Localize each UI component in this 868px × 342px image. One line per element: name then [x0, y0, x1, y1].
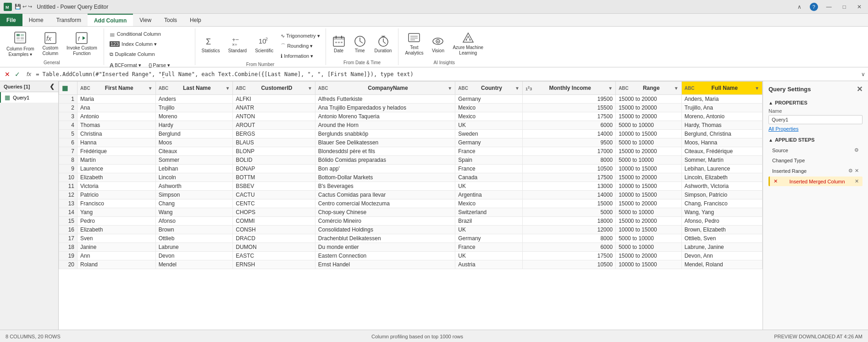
close-btn[interactable]: ✕ [854, 3, 864, 11]
country-cell: France [455, 165, 523, 173]
tab-file[interactable]: File [0, 14, 22, 26]
table-row[interactable]: 9 Laurence Lebihan BONAP Bon app' France… [59, 165, 763, 173]
tab-tools[interactable]: Tools [158, 14, 183, 26]
data-area[interactable]: ▦ ABC First Name ▼ ABC Last Name [59, 81, 763, 330]
company-name-cell: Cactus Comidas para llevar [315, 191, 455, 199]
step-settings-btn-source[interactable]: ⚙ [854, 147, 859, 153]
country-filter-icon[interactable]: ▼ [515, 86, 520, 91]
company-name-filter-icon[interactable]: ▼ [448, 86, 452, 91]
table-row[interactable]: 1 Maria Anders ALFKI Alfreds Futterkiste… [59, 95, 763, 104]
step-delete-btn-inserted-merged-column[interactable]: ✕ [855, 178, 859, 184]
statistics-button[interactable]: Σ Statistics [198, 29, 224, 59]
queries-collapse-btn[interactable]: ❮ [50, 83, 55, 90]
col-header-range[interactable]: ABC Range ▼ [616, 82, 682, 95]
tab-transform[interactable]: Transform [50, 14, 88, 26]
table-row[interactable]: 8 Martín Sommer BOLID Bólido Comidas pre… [59, 156, 763, 165]
rounding-button[interactable]: ⌒ Rounding ▾ [278, 41, 322, 50]
formula-confirm-btn[interactable]: ✓ [13, 71, 22, 78]
custom-column-button[interactable]: fx CustomColumn [39, 29, 62, 59]
table-row[interactable]: 17 Sven Ottlieb DRACD Drachenblut Delika… [59, 234, 763, 243]
tab-home[interactable]: Home [22, 14, 50, 26]
table-row[interactable]: 13 Francisco Chang CENTC Centro comercia… [59, 199, 763, 208]
parse-button[interactable]: {} Parse ▾ [146, 61, 173, 70]
date-button[interactable]: Date [329, 29, 349, 59]
invoke-custom-function-button[interactable]: f Invoke CustomFunction [63, 29, 101, 59]
table-row[interactable]: 18 Janine Labrune DUMON Du monde entier … [59, 243, 763, 252]
trigonometry-button[interactable]: ∿ Trigonometry ▾ [278, 31, 322, 40]
table-row[interactable]: 7 Frédérique Citeaux BLONP Blondesddsl p… [59, 147, 763, 156]
first-name-filter-icon[interactable]: ▼ [148, 86, 153, 91]
status-preview-time: PREVIEW DOWNLOADED AT 4:26 AM [774, 334, 862, 339]
col-header-first-name[interactable]: ABC First Name ▼ [77, 82, 156, 95]
table-row[interactable]: 12 Patricio Simpson CACTU Cactus Comidas… [59, 191, 763, 199]
query-name-input[interactable] [768, 115, 862, 124]
row-num-cell: 6 [59, 138, 77, 147]
table-row[interactable]: 19 Ann Devon EASTC Eastern Connection UK… [59, 252, 763, 260]
azure-ml-button[interactable]: Azure MachineLearning [449, 29, 487, 59]
formula-cancel-btn[interactable]: ✕ [3, 71, 12, 78]
minimize-btn[interactable]: — [824, 3, 835, 11]
table-row[interactable]: 2 Ana Trujillo ANATR Ana Trujillo Empare… [59, 104, 763, 112]
table-row[interactable]: 5 Christina Berglund BERGS Berglunds sna… [59, 130, 763, 138]
maximize-btn[interactable]: □ [840, 3, 849, 11]
general-buttons: Column FromExamples ▾ fx CustomColumn [3, 29, 101, 59]
all-properties-link[interactable]: All Properties [768, 126, 862, 132]
applied-step-inserted-range[interactable]: Inserted Range⚙✕ [768, 166, 862, 176]
monthly-income-filter-icon[interactable]: ▼ [608, 86, 613, 91]
customer-id-filter-icon[interactable]: ▼ [308, 86, 312, 91]
last-name-filter-icon[interactable]: ▼ [225, 86, 230, 91]
col-header-monthly-income[interactable]: 123 Monthly Income ▼ [522, 82, 615, 95]
svg-line-39 [466, 37, 468, 39]
first-name-cell: Frédérique [77, 147, 156, 156]
time-button[interactable]: Time [350, 29, 370, 59]
col-header-full-name[interactable]: ABC Full Name ▼ [681, 82, 762, 95]
duration-button[interactable]: Duration [371, 29, 396, 59]
duplicate-column-button[interactable]: ⧉ Duplicate Column [107, 50, 158, 59]
table-row[interactable]: 20 Roland Mendel ERNSH Ernst Handel Aust… [59, 260, 763, 269]
table-row[interactable]: 15 Pedro Afonso COMMI Comércio Mineiro B… [59, 217, 763, 226]
formula-expand-btn[interactable]: ∨ [861, 71, 865, 77]
format-button[interactable]: A BC Format ▾ [107, 61, 144, 70]
table-row[interactable]: 4 Thomas Hardy AROUT Around the Horn UK … [59, 121, 763, 130]
table-row[interactable]: 14 Yang Wang CHOPS Chop-suey Chinese Swi… [59, 208, 763, 217]
full-name-cell: Devon, Ann [681, 252, 762, 260]
format-icon: A [110, 62, 114, 69]
panel-close-btn[interactable]: ✕ [857, 85, 862, 94]
table-row[interactable]: 10 Elizabeth Lincoln BOTTM Bottom-Dollar… [59, 173, 763, 182]
applied-step-source[interactable]: Source⚙ [768, 145, 862, 155]
information-button[interactable]: ℹ Information ▾ [278, 51, 322, 61]
column-from-examples-button[interactable]: Column FromExamples ▾ [3, 29, 38, 59]
company-name-cell: Chop-suey Chinese [315, 208, 455, 217]
table-row[interactable]: 11 Victoria Ashworth BSBEV B's Beverages… [59, 182, 763, 191]
col-header-last-name[interactable]: ABC Last Name ▼ [155, 82, 233, 95]
text-analytics-button[interactable]: TextAnalytics [401, 29, 427, 59]
vision-button[interactable]: Vision [428, 29, 448, 59]
conditional-column-button[interactable]: ⚌ Conditional Column [107, 29, 164, 39]
col-header-company-name[interactable]: ABC CompanyName ▼ [315, 82, 455, 95]
app-icon: M [4, 3, 12, 11]
table-row[interactable]: 6 Hanna Moos BLAUS Blauer See Delikatess… [59, 138, 763, 147]
range-filter-icon[interactable]: ▼ [674, 86, 679, 91]
country-cell: Mexico [455, 112, 523, 121]
step-delete-btn-inserted-range[interactable]: ✕ [855, 168, 859, 174]
table-row[interactable]: 3 Antonio Moreno ANTON Antonio Moreno Ta… [59, 112, 763, 121]
collapse-ribbon-btn[interactable]: ∧ [795, 3, 804, 11]
formula-input[interactable] [36, 71, 859, 77]
standard-button[interactable]: +− ×÷ Standard [225, 29, 251, 59]
col-header-customer-id[interactable]: ABC CustomerID ▼ [233, 82, 315, 95]
sidebar-item-query1[interactable]: ▦ Query1 [0, 92, 58, 103]
applied-step-inserted-merged-column[interactable]: ✕Inserted Merged Column✕ [768, 177, 862, 186]
index-column-button[interactable]: 123 Index Column ▾ [107, 39, 160, 49]
scientific-button[interactable]: 10 2 Scientific [251, 29, 277, 59]
full-name-filter-icon[interactable]: ▼ [755, 86, 759, 91]
col-header-country[interactable]: ABC Country ▼ [455, 82, 523, 95]
tab-view[interactable]: View [133, 14, 158, 26]
table-row[interactable]: 16 Elizabeth Brown CONSH Consolidated Ho… [59, 226, 763, 234]
step-settings-btn-inserted-range[interactable]: ⚙ [848, 168, 853, 174]
help-btn[interactable]: ? [810, 3, 818, 11]
full-name-cell: Anders, Maria [681, 95, 762, 104]
tab-add-column[interactable]: Add Column [88, 14, 133, 26]
applied-step-changed-type[interactable]: Changed Type [768, 156, 862, 165]
country-cell: Austria [455, 260, 523, 269]
tab-help[interactable]: Help [183, 14, 208, 26]
